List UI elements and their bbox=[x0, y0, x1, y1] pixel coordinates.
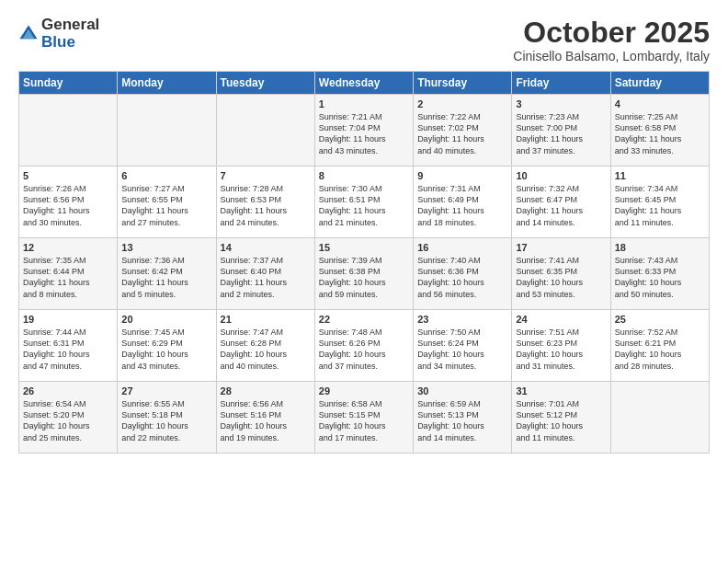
day-info: Sunrise: 6:55 AM Sunset: 5:18 PM Dayligh… bbox=[121, 398, 211, 443]
title-block: October 2025 Cinisello Balsamo, Lombardy… bbox=[513, 17, 710, 63]
day-number: 27 bbox=[121, 385, 211, 396]
day-info: Sunrise: 7:40 AM Sunset: 6:36 PM Dayligh… bbox=[417, 255, 507, 300]
day-number: 16 bbox=[417, 242, 507, 253]
day-cell: 29Sunrise: 6:58 AM Sunset: 5:15 PM Dayli… bbox=[314, 382, 413, 454]
header-day-saturday: Saturday bbox=[610, 72, 709, 95]
day-info: Sunrise: 7:21 AM Sunset: 7:04 PM Dayligh… bbox=[319, 111, 409, 156]
day-number: 1 bbox=[319, 98, 409, 109]
day-number: 24 bbox=[516, 314, 606, 325]
day-number: 7 bbox=[221, 170, 311, 181]
logo-icon bbox=[18, 24, 39, 44]
day-info: Sunrise: 6:58 AM Sunset: 5:15 PM Dayligh… bbox=[319, 398, 409, 443]
day-number: 31 bbox=[516, 385, 606, 396]
week-row-5: 26Sunrise: 6:54 AM Sunset: 5:20 PM Dayli… bbox=[19, 382, 710, 454]
week-row-1: 1Sunrise: 7:21 AM Sunset: 7:04 PM Daylig… bbox=[19, 95, 710, 167]
day-info: Sunrise: 7:51 AM Sunset: 6:23 PM Dayligh… bbox=[516, 327, 606, 372]
day-info: Sunrise: 6:59 AM Sunset: 5:13 PM Dayligh… bbox=[417, 398, 507, 443]
day-info: Sunrise: 7:52 AM Sunset: 6:21 PM Dayligh… bbox=[615, 327, 705, 372]
day-number: 5 bbox=[23, 170, 113, 181]
header-day-thursday: Thursday bbox=[414, 72, 512, 95]
day-info: Sunrise: 7:26 AM Sunset: 6:56 PM Dayligh… bbox=[23, 183, 113, 228]
day-cell: 31Sunrise: 7:01 AM Sunset: 5:12 PM Dayli… bbox=[512, 382, 610, 454]
day-info: Sunrise: 7:48 AM Sunset: 6:26 PM Dayligh… bbox=[319, 327, 409, 372]
logo-blue-text: Blue bbox=[41, 33, 75, 51]
day-number: 2 bbox=[417, 98, 507, 109]
day-cell: 14Sunrise: 7:37 AM Sunset: 6:40 PM Dayli… bbox=[216, 238, 314, 310]
day-info: Sunrise: 7:27 AM Sunset: 6:55 PM Dayligh… bbox=[121, 183, 211, 228]
day-cell: 11Sunrise: 7:34 AM Sunset: 6:45 PM Dayli… bbox=[610, 167, 709, 238]
day-number: 20 bbox=[121, 314, 211, 325]
day-cell: 6Sunrise: 7:27 AM Sunset: 6:55 PM Daylig… bbox=[118, 167, 216, 238]
day-cell: 2Sunrise: 7:22 AM Sunset: 7:02 PM Daylig… bbox=[414, 95, 512, 167]
day-cell bbox=[19, 95, 118, 167]
day-number: 12 bbox=[23, 242, 113, 253]
day-cell: 15Sunrise: 7:39 AM Sunset: 6:38 PM Dayli… bbox=[314, 238, 413, 310]
day-cell: 3Sunrise: 7:23 AM Sunset: 7:00 PM Daylig… bbox=[512, 95, 610, 167]
week-row-3: 12Sunrise: 7:35 AM Sunset: 6:44 PM Dayli… bbox=[19, 238, 710, 310]
day-number: 26 bbox=[23, 385, 113, 396]
day-cell: 7Sunrise: 7:28 AM Sunset: 6:53 PM Daylig… bbox=[216, 167, 314, 238]
header-row: SundayMondayTuesdayWednesdayThursdayFrid… bbox=[19, 72, 710, 95]
day-cell: 17Sunrise: 7:41 AM Sunset: 6:35 PM Dayli… bbox=[512, 238, 610, 310]
day-number: 10 bbox=[516, 170, 606, 181]
day-number: 15 bbox=[319, 242, 409, 253]
day-cell bbox=[118, 95, 216, 167]
day-info: Sunrise: 7:31 AM Sunset: 6:49 PM Dayligh… bbox=[417, 183, 507, 228]
day-cell: 1Sunrise: 7:21 AM Sunset: 7:04 PM Daylig… bbox=[314, 95, 413, 167]
header-day-friday: Friday bbox=[512, 72, 610, 95]
day-info: Sunrise: 7:01 AM Sunset: 5:12 PM Dayligh… bbox=[516, 398, 606, 443]
day-cell: 28Sunrise: 6:56 AM Sunset: 5:16 PM Dayli… bbox=[216, 382, 314, 454]
day-cell: 20Sunrise: 7:45 AM Sunset: 6:29 PM Dayli… bbox=[118, 310, 216, 382]
day-info: Sunrise: 7:28 AM Sunset: 6:53 PM Dayligh… bbox=[221, 183, 311, 228]
day-cell: 22Sunrise: 7:48 AM Sunset: 6:26 PM Dayli… bbox=[314, 310, 413, 382]
day-number: 23 bbox=[417, 314, 507, 325]
day-number: 13 bbox=[121, 242, 211, 253]
day-info: Sunrise: 7:43 AM Sunset: 6:33 PM Dayligh… bbox=[615, 255, 705, 300]
day-number: 11 bbox=[615, 170, 705, 181]
day-info: Sunrise: 7:47 AM Sunset: 6:28 PM Dayligh… bbox=[221, 327, 311, 372]
week-row-2: 5Sunrise: 7:26 AM Sunset: 6:56 PM Daylig… bbox=[19, 167, 710, 238]
header: General Blue October 2025 Cinisello Bals… bbox=[18, 17, 710, 63]
logo-general-text: General bbox=[41, 16, 99, 33]
day-info: Sunrise: 7:35 AM Sunset: 6:44 PM Dayligh… bbox=[23, 255, 113, 300]
calendar-table: SundayMondayTuesdayWednesdayThursdayFrid… bbox=[18, 71, 710, 454]
location-subtitle: Cinisello Balsamo, Lombardy, Italy bbox=[513, 49, 710, 63]
header-day-sunday: Sunday bbox=[19, 72, 118, 95]
day-cell: 8Sunrise: 7:30 AM Sunset: 6:51 PM Daylig… bbox=[314, 167, 413, 238]
day-number: 18 bbox=[615, 242, 705, 253]
day-info: Sunrise: 7:25 AM Sunset: 6:58 PM Dayligh… bbox=[615, 111, 705, 156]
day-number: 30 bbox=[417, 385, 507, 396]
day-info: Sunrise: 7:22 AM Sunset: 7:02 PM Dayligh… bbox=[417, 111, 507, 156]
day-info: Sunrise: 6:54 AM Sunset: 5:20 PM Dayligh… bbox=[23, 398, 113, 443]
day-cell: 30Sunrise: 6:59 AM Sunset: 5:13 PM Dayli… bbox=[414, 382, 512, 454]
day-info: Sunrise: 7:50 AM Sunset: 6:24 PM Dayligh… bbox=[417, 327, 507, 372]
day-cell: 23Sunrise: 7:50 AM Sunset: 6:24 PM Dayli… bbox=[414, 310, 512, 382]
header-day-tuesday: Tuesday bbox=[216, 72, 314, 95]
day-number: 6 bbox=[121, 170, 211, 181]
day-number: 8 bbox=[319, 170, 409, 181]
header-day-wednesday: Wednesday bbox=[314, 72, 413, 95]
day-info: Sunrise: 7:34 AM Sunset: 6:45 PM Dayligh… bbox=[615, 183, 705, 228]
day-number: 25 bbox=[615, 314, 705, 325]
day-number: 9 bbox=[417, 170, 507, 181]
day-cell: 5Sunrise: 7:26 AM Sunset: 6:56 PM Daylig… bbox=[19, 167, 118, 238]
day-cell bbox=[216, 95, 314, 167]
week-row-4: 19Sunrise: 7:44 AM Sunset: 6:31 PM Dayli… bbox=[19, 310, 710, 382]
day-info: Sunrise: 7:30 AM Sunset: 6:51 PM Dayligh… bbox=[319, 183, 409, 228]
day-info: Sunrise: 7:36 AM Sunset: 6:42 PM Dayligh… bbox=[121, 255, 211, 300]
day-cell: 10Sunrise: 7:32 AM Sunset: 6:47 PM Dayli… bbox=[512, 167, 610, 238]
day-number: 19 bbox=[23, 314, 113, 325]
day-cell: 19Sunrise: 7:44 AM Sunset: 6:31 PM Dayli… bbox=[19, 310, 118, 382]
day-number: 29 bbox=[319, 385, 409, 396]
day-number: 4 bbox=[615, 98, 705, 109]
day-info: Sunrise: 7:44 AM Sunset: 6:31 PM Dayligh… bbox=[23, 327, 113, 372]
day-number: 22 bbox=[319, 314, 409, 325]
logo: General Blue bbox=[18, 17, 99, 51]
day-info: Sunrise: 7:32 AM Sunset: 6:47 PM Dayligh… bbox=[516, 183, 606, 228]
day-cell: 4Sunrise: 7:25 AM Sunset: 6:58 PM Daylig… bbox=[610, 95, 709, 167]
day-cell: 16Sunrise: 7:40 AM Sunset: 6:36 PM Dayli… bbox=[414, 238, 512, 310]
header-day-monday: Monday bbox=[118, 72, 216, 95]
day-info: Sunrise: 7:37 AM Sunset: 6:40 PM Dayligh… bbox=[221, 255, 311, 300]
day-number: 17 bbox=[516, 242, 606, 253]
calendar-page: General Blue October 2025 Cinisello Bals… bbox=[0, 0, 728, 563]
